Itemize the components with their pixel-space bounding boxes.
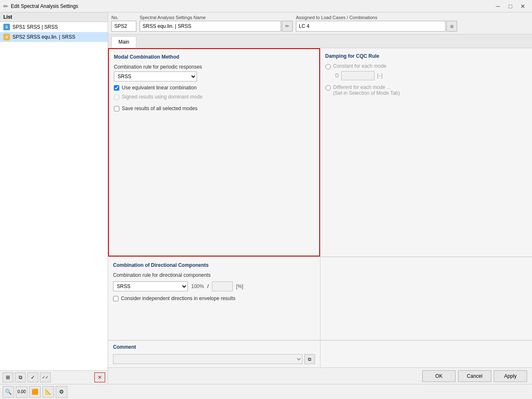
different-radio[interactable] (325, 85, 331, 91)
save-results-label: Save results of all selected modes (122, 106, 197, 111)
settings-toolbar-button[interactable]: ⚙ (56, 386, 67, 398)
measure-toolbar-button[interactable]: 📐 (42, 386, 54, 398)
damping-panel: Damping for CQC Rule Constant for each m… (320, 48, 532, 256)
different-label-wrapper: Different for each mode ... (Set in Sele… (333, 84, 400, 96)
damping-unit: [–] (377, 73, 382, 79)
different-label: Different for each mode ... (333, 84, 400, 90)
check-button[interactable]: ✓ (27, 372, 38, 382)
tab-main[interactable]: Main (111, 36, 136, 48)
zero-toolbar-button[interactable]: 0.00 (16, 386, 27, 398)
close-button[interactable]: ✕ (517, 2, 529, 11)
no-input[interactable] (111, 21, 136, 32)
window-title: Edit Spectral Analysis Settings (11, 3, 492, 9)
pct-unit: [%] (236, 283, 243, 289)
delete-button[interactable]: ✕ (94, 372, 105, 382)
search-toolbar-button[interactable]: 🔍 (2, 386, 14, 398)
ok-button[interactable]: OK (422, 370, 456, 382)
lc-field: Assigned to Load Cases / Combinations ⊞ (296, 15, 457, 32)
combination-rule-label: Combination rule for periodic responses (114, 64, 314, 70)
comment-copy-button[interactable]: ⧉ (304, 354, 315, 364)
lc-input[interactable] (296, 21, 446, 32)
lc-select-button[interactable]: ⊞ (446, 21, 457, 32)
directional-title: Combination of Directional Components (113, 262, 315, 268)
apply-button[interactable]: Apply (494, 370, 527, 382)
new-button[interactable]: ⊞ (2, 372, 13, 382)
directional-row: SRSS CQC ABS 100% / [%] (113, 281, 315, 291)
sidebar-item-label-sps1: SPS1 SRSS | SRSS (12, 24, 58, 30)
sidebar: List S SPS1 SRSS | SRSS S SPS2 SRSS equ.… (0, 12, 108, 384)
use-equivalent-label: Use equivalent linear combination (122, 85, 197, 91)
damping-d-input[interactable] (341, 71, 374, 80)
save-results-row: Save results of all selected modes (114, 106, 314, 111)
constant-radio[interactable] (325, 64, 331, 69)
sidebar-item-sps2[interactable]: S SPS2 SRSS equ.lin. | SRSS (0, 32, 108, 42)
checkall-button[interactable]: ✓✓ (40, 372, 51, 382)
no-field: No. (111, 15, 136, 32)
main-panels-wrapper: Modal Combination Method Combination rul… (108, 48, 532, 367)
comment-select[interactable] (113, 354, 303, 364)
window-icon: ✏ (3, 3, 8, 10)
bottom-toolbar: 🔍 0.00 🟧 📐 ⚙ (0, 384, 532, 399)
different-radio-row: Different for each mode ... (Set in Sele… (325, 84, 527, 96)
save-results-checkbox[interactable] (114, 106, 119, 111)
modal-combination-title: Modal Combination Method (114, 54, 314, 60)
constant-label: Constant for each mode (333, 63, 387, 69)
signed-results-label: Signed results using dominant mode (122, 94, 202, 100)
minimize-button[interactable]: ─ (492, 2, 504, 11)
signed-results-row: Signed results using dominant mode (114, 94, 314, 100)
no-label: No. (111, 15, 136, 20)
srss-icon: S (3, 24, 10, 30)
cancel-button[interactable]: Cancel (458, 370, 491, 382)
tab-bar: Main (108, 34, 532, 48)
restore-button[interactable]: □ (505, 2, 516, 11)
dialog-footer: OK Cancel Apply (108, 367, 532, 384)
constant-radio-row: Constant for each mode (325, 63, 527, 69)
name-input[interactable] (140, 21, 281, 32)
signed-results-checkbox[interactable] (114, 94, 119, 100)
copy-button[interactable]: ⧉ (15, 372, 26, 382)
right-panel: No. Spectral Analysis Settings Name ✏ As… (108, 12, 532, 384)
color-toolbar-button[interactable]: 🟧 (29, 386, 41, 398)
comment-input-row: ⧉ (113, 354, 315, 364)
comment-row-wrapper: Comment ⧉ (108, 340, 532, 367)
use-equivalent-checkbox[interactable] (114, 85, 119, 91)
directional-panel: Combination of Directional Components Co… (108, 257, 320, 340)
sidebar-header: List (0, 12, 108, 22)
comment-panel: Comment ⧉ (108, 340, 320, 367)
use-equivalent-row: Use equivalent linear combination (114, 85, 314, 91)
comment-title: Comment (113, 344, 315, 350)
damping-d-row: D [–] (335, 71, 527, 80)
main-window: List S SPS1 SRSS | SRSS S SPS2 SRSS equ.… (0, 12, 532, 399)
independent-checkbox[interactable] (113, 296, 118, 301)
header-row: No. Spectral Analysis Settings Name ✏ As… (108, 12, 532, 34)
sps2-icon: S (3, 34, 10, 40)
top-panels: Modal Combination Method Combination rul… (108, 48, 532, 256)
title-bar: ✏ Edit Spectral Analysis Settings ─ □ ✕ (0, 0, 532, 12)
d-label: D (335, 73, 339, 79)
pct-spinner[interactable] (212, 281, 233, 291)
independent-row: Consider independent directions in envel… (113, 296, 315, 301)
comment-right-panel (320, 340, 532, 367)
sidebar-list: S SPS1 SRSS | SRSS S SPS2 SRSS equ.lin. … (0, 22, 108, 370)
different-sublabel: (Set in Selection of Mode Tab) (333, 90, 400, 96)
sidebar-item-label-sps2: SPS2 SRSS equ.lin. | SRSS (12, 34, 75, 40)
lc-label: Assigned to Load Cases / Combinations (296, 15, 457, 20)
name-label: Spectral Analysis Settings Name (140, 15, 293, 20)
pct-label: 100% (191, 283, 204, 289)
content-area: List S SPS1 SRSS | SRSS S SPS2 SRSS equ.… (0, 12, 532, 384)
directional-rule-select[interactable]: SRSS CQC ABS (113, 281, 188, 291)
directional-rule-label: Combination rule for directional compone… (113, 272, 315, 278)
sidebar-item-sps1[interactable]: S SPS1 SRSS | SRSS (0, 22, 108, 32)
modal-combination-panel: Modal Combination Method Combination rul… (108, 48, 320, 256)
sidebar-actions: ⊞ ⧉ ✓ ✓✓ ✕ (0, 370, 108, 384)
empty-right-panel (320, 257, 532, 340)
independent-label: Consider independent directions in envel… (121, 296, 236, 301)
window-controls: ─ □ ✕ (492, 2, 529, 11)
name-field: Spectral Analysis Settings Name ✏ (140, 15, 293, 32)
combination-rule-select[interactable]: SRSS CQC ABS 10% (114, 71, 197, 81)
bottom-panels: Combination of Directional Components Co… (108, 257, 532, 340)
damping-title: Damping for CQC Rule (325, 53, 527, 59)
pct-slash: / (207, 283, 209, 289)
name-edit-button[interactable]: ✏ (282, 21, 293, 32)
